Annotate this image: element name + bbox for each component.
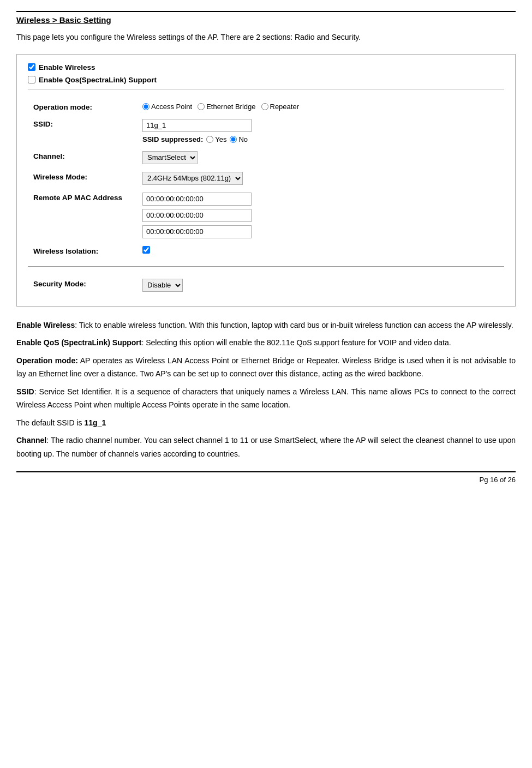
ssid-row: SSID: SSID suppressed: Yes No — [28, 115, 504, 147]
desc-enable-wireless-term: Enable Wireless — [16, 321, 75, 329]
desc-enable-wireless: Enable Wireless: Tick to enable wireless… — [16, 319, 516, 332]
op-mode-eb-label[interactable]: Ethernet Bridge — [198, 103, 255, 111]
desc-operation-mode-term: Operation mode: — [16, 356, 78, 365]
ssid-suppressed-yes-label[interactable]: Yes — [206, 135, 226, 143]
op-mode-rep-label[interactable]: Repeater — [261, 103, 299, 111]
mac-input-3[interactable] — [142, 225, 252, 238]
desc-ssid-term: SSID — [16, 387, 34, 396]
channel-label: Channel: — [28, 147, 137, 167]
security-mode-value-cell: Disable WEP WPA WPA2 — [137, 274, 504, 295]
desc-enable-qos: Enable QoS (SpectraLink) Support: Select… — [16, 336, 516, 350]
op-mode-eb-radio[interactable] — [198, 103, 205, 110]
remote-ap-mac-label: Remote AP MAC Address — [28, 188, 137, 242]
desc-ssid-sep: : — [34, 387, 39, 396]
desc-ssid: SSID: Service Set Identifier. It is a se… — [16, 385, 516, 412]
ssid-input[interactable] — [142, 119, 252, 132]
mac-input-1[interactable] — [142, 193, 252, 206]
page-number: Pg 16 of 26 — [480, 476, 516, 484]
wireless-mode-row: Wireless Mode: 2.4GHz 54Mbps (802.11g) 2… — [28, 167, 504, 188]
enable-qos-checkbox[interactable] — [28, 76, 35, 83]
op-mode-ap-text: Access Point — [151, 103, 192, 111]
desc-channel-term: Channel — [16, 436, 46, 445]
op-mode-ap-radio[interactable] — [142, 103, 150, 110]
desc-enable-wireless-sep: : — [75, 321, 79, 329]
ssid-suppressed-yes-radio[interactable] — [206, 136, 213, 143]
remote-ap-mac-value-cell — [137, 188, 504, 242]
security-form-table: Security Mode: Disable WEP WPA WPA2 — [28, 274, 504, 295]
channel-row: Channel: SmartSelect 1234 5678 91011 — [28, 147, 504, 167]
remote-ap-mac-label-text: Remote AP MAC Address — [33, 194, 122, 202]
security-mode-label: Security Mode: — [28, 274, 137, 295]
section-divider — [28, 266, 504, 267]
divider-1 — [28, 89, 504, 90]
security-mode-select[interactable]: Disable WEP WPA WPA2 — [142, 279, 183, 292]
mac-input-2[interactable] — [142, 209, 252, 222]
op-mode-rep-text: Repeater — [270, 103, 299, 111]
desc-operation-mode: Operation mode: AP operates as Wireless … — [16, 354, 516, 381]
page-header: Wireless > Basic Setting — [16, 11, 516, 25]
desc-channel-body: The radio channel number. You can select… — [16, 436, 516, 458]
ssid-suppressed-no-text: No — [238, 135, 248, 143]
wireless-isolation-checkbox[interactable] — [142, 246, 150, 254]
wireless-mode-select[interactable]: 2.4GHz 54Mbps (802.11g) 2.4GHz 11Mbps (8… — [142, 172, 243, 185]
desc-ssid-default-value: 11g_1 — [85, 418, 106, 427]
operation-mode-row: Operation mode: Access Point Ethernet Br… — [28, 98, 504, 115]
desc-channel-sep: : — [46, 436, 51, 445]
desc-ssid-default: The default SSID is 11g_1 — [16, 416, 516, 430]
ssid-label: SSID: — [28, 115, 137, 147]
operation-mode-label: Operation mode: — [28, 98, 137, 115]
wireless-isolation-label: Wireless Isolation: — [28, 242, 137, 259]
remote-ap-mac-row: Remote AP MAC Address — [28, 188, 504, 242]
wireless-mode-label: Wireless Mode: — [28, 167, 137, 188]
wireless-mode-value-cell: 2.4GHz 54Mbps (802.11g) 2.4GHz 11Mbps (8… — [137, 167, 504, 188]
wireless-isolation-value-cell — [137, 242, 504, 259]
enable-wireless-row: Enable Wireless — [28, 63, 504, 71]
wireless-isolation-row: Wireless Isolation: — [28, 242, 504, 259]
form-table: Operation mode: Access Point Ethernet Br… — [28, 98, 504, 259]
op-mode-eb-text: Ethernet Bridge — [206, 103, 255, 111]
operation-mode-radio-group: Access Point Ethernet Bridge Repeater — [142, 103, 499, 111]
config-box: Enable Wireless Enable Qos(SpectraLink) … — [16, 54, 516, 307]
op-mode-ap-label[interactable]: Access Point — [142, 103, 192, 111]
page-footer: Pg 16 of 26 — [16, 471, 516, 484]
ssid-suppressed-row: SSID suppressed: Yes No — [142, 135, 499, 143]
desc-channel: Channel: The radio channel number. You c… — [16, 434, 516, 460]
ssid-suppressed-yes-text: Yes — [215, 135, 226, 143]
desc-ssid-body: Service Set Identifier. It is a sequence… — [16, 387, 516, 410]
op-mode-rep-radio[interactable] — [261, 103, 268, 110]
desc-enable-qos-term: Enable QoS (SpectraLink) Support — [16, 338, 141, 347]
desc-enable-qos-body: Selecting this option will enable the 80… — [146, 338, 451, 347]
security-section: Security Mode: Disable WEP WPA WPA2 — [28, 274, 504, 295]
channel-select[interactable]: SmartSelect 1234 5678 91011 — [142, 151, 198, 164]
desc-operation-mode-body: AP operates as Wireless LAN Access Point… — [16, 356, 516, 379]
security-mode-row: Security Mode: Disable WEP WPA WPA2 — [28, 274, 504, 295]
enable-wireless-label[interactable]: Enable Wireless — [39, 63, 95, 71]
ssid-value-cell: SSID suppressed: Yes No — [137, 115, 504, 147]
enable-wireless-checkbox[interactable] — [28, 63, 35, 71]
enable-qos-label[interactable]: Enable Qos(SpectraLink) Support — [39, 76, 157, 84]
ssid-suppressed-label: SSID suppressed: — [142, 135, 203, 143]
ssid-suppressed-no-label[interactable]: No — [230, 135, 248, 143]
page-title: Wireless > Basic Setting — [16, 15, 516, 25]
operation-mode-value: Access Point Ethernet Bridge Repeater — [137, 98, 504, 115]
intro-text: This page lets you configure the Wireles… — [16, 31, 516, 44]
desc-ssid-default-text: The default SSID is — [16, 418, 85, 427]
channel-value-cell: SmartSelect 1234 5678 91011 — [137, 147, 504, 167]
enable-qos-row: Enable Qos(SpectraLink) Support — [28, 76, 504, 84]
desc-enable-wireless-body: Tick to enable wireless function. With t… — [79, 321, 513, 329]
description-section: Enable Wireless: Tick to enable wireless… — [16, 319, 516, 461]
ssid-suppressed-no-radio[interactable] — [230, 136, 237, 143]
mac-inputs-group — [142, 193, 499, 238]
